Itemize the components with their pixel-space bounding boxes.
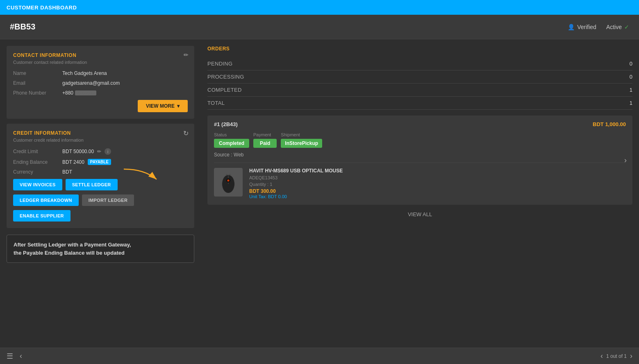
credit-limit-value: BDT 50000.00 ✏ i — [62, 148, 111, 155]
header-row: #BB53 👤 Verified Active ✓ — [0, 15, 639, 39]
bottom-bar: ☰ ‹ ‹ 1 out of 1 › — [0, 348, 639, 364]
currency-label: Currency — [13, 169, 62, 175]
stat-completed-value: 1 — [630, 87, 632, 93]
stat-total: TOTAL 1 — [207, 97, 632, 110]
status-badge-group: Status Completed — [214, 132, 249, 148]
product-tax: Unit Tax: BDT 0.00 — [249, 194, 626, 199]
order-amount: BDT 1,000.00 — [593, 121, 626, 127]
order-chevron-icon[interactable]: › — [624, 156, 627, 165]
phone-label: Phone Number — [13, 90, 62, 96]
order-stats: PENDING 0 PROCESSING 0 COMPLETED 1 TOTAL… — [207, 57, 632, 110]
payment-badge: Paid — [253, 139, 277, 148]
contact-subtitle: Customer contact related information — [13, 60, 188, 65]
email-row: Email gadgetsarena@gmail.com — [13, 80, 188, 86]
customer-id: #BB53 — [10, 22, 35, 32]
order-id: #1 (2B43) — [214, 121, 238, 127]
view-more-button[interactable]: VIEW MORE ▾ — [138, 100, 188, 112]
stat-pending-value: 0 — [630, 61, 632, 67]
status-badge-label: Status — [214, 132, 249, 137]
svg-rect-6 — [229, 174, 231, 174]
verified-label: Verified — [577, 24, 596, 30]
order-badges-row: Status Completed Payment Paid Shipment I… — [214, 132, 626, 148]
back-icon[interactable]: ‹ — [20, 352, 22, 360]
hamburger-icon[interactable]: ☰ — [7, 352, 13, 361]
top-bar-title: CUSTOMER DASHBOARD — [7, 5, 77, 11]
contact-title: CONTACT INFORMATION — [13, 52, 188, 58]
stat-total-value: 1 — [630, 100, 632, 106]
top-bar: CUSTOMER DASHBOARD — [0, 0, 639, 15]
contact-card: CONTACT INFORMATION Customer contact rel… — [7, 46, 194, 119]
stat-processing: PROCESSING 0 — [207, 70, 632, 84]
tooltip-text: After Settling Ledger with a Payment Gat… — [14, 242, 131, 256]
shipment-badge: InStorePickup — [281, 139, 322, 148]
phone-value: +880xxxxxxxx — [62, 90, 96, 96]
stat-completed-label: COMPLETED — [207, 87, 242, 93]
settle-ledger-button[interactable]: SETTLE LEDGER — [66, 179, 118, 190]
source-label: Source : Web — [214, 152, 243, 158]
refresh-icon[interactable]: ↻ — [183, 129, 189, 137]
source-row: Source : Web — [214, 152, 626, 158]
import-ledger-button[interactable]: IMPORT LEDGER — [82, 194, 134, 206]
product-sku: ADEQE13453 — [249, 175, 626, 180]
view-invoices-button[interactable]: VIEW INVOICES — [13, 179, 62, 190]
enable-supplier-button[interactable]: ENABLE SUPPLIER — [13, 210, 70, 222]
orders-title: ORDERS — [207, 46, 632, 52]
view-all-label: VIEW ALL — [408, 211, 432, 217]
svg-rect-5 — [226, 174, 227, 174]
payment-badge-group: Payment Paid — [253, 132, 277, 148]
right-panel: ORDERS PENDING 0 PROCESSING 0 COMPLETED … — [201, 39, 639, 348]
name-row: Name Tech Gadgets Arena — [13, 70, 188, 76]
tooltip-box: After Settling Ledger with a Payment Gat… — [7, 235, 194, 263]
stat-processing-value: 0 — [630, 74, 632, 80]
svg-point-4 — [227, 179, 229, 181]
bottom-left: ☰ ‹ — [7, 352, 22, 361]
phone-row: Phone Number +880xxxxxxxx — [13, 90, 188, 96]
credit-card: CREDIT INFORMATION Customer credit relat… — [7, 124, 194, 228]
info-icon[interactable]: i — [105, 148, 111, 155]
product-row: HAVIT HV-MS689 USB OPTICAL MOUSE ADEQE13… — [214, 163, 626, 199]
view-all-row[interactable]: VIEW ALL — [207, 205, 632, 224]
main-content: CONTACT INFORMATION Customer contact rel… — [0, 39, 639, 348]
stat-processing-label: PROCESSING — [207, 74, 244, 80]
stat-pending: PENDING 0 — [207, 57, 632, 70]
stat-total-label: TOTAL — [207, 100, 225, 106]
credit-title: CREDIT INFORMATION — [13, 130, 188, 136]
status-badge: Completed — [214, 139, 249, 148]
credit-limit-row: Credit Limit BDT 50000.00 ✏ i — [13, 148, 188, 155]
credit-btn-row-2: LEDGER BREAKDOWN IMPORT LEDGER — [13, 194, 188, 206]
checkmark-icon: ✓ — [624, 24, 629, 30]
stat-completed: COMPLETED 1 — [207, 84, 632, 97]
product-image — [214, 168, 243, 197]
order-card: #1 (2B43) BDT 1,000.00 Status Completed … — [207, 115, 632, 205]
active-label: Active — [606, 24, 622, 30]
product-info: HAVIT HV-MS689 USB OPTICAL MOUSE ADEQE13… — [249, 168, 626, 199]
order-card-header: #1 (2B43) BDT 1,000.00 — [214, 121, 626, 127]
verified-icon: 👤 — [568, 24, 575, 30]
email-label: Email — [13, 80, 62, 86]
name-label: Name — [13, 70, 62, 76]
credit-edit-icon[interactable]: ✏ — [97, 149, 101, 154]
ledger-breakdown-button[interactable]: LEDGER BREAKDOWN — [13, 194, 79, 206]
verified-badge: 👤 Verified — [568, 24, 596, 30]
ending-balance-value: BDT 2400 PAYABLE — [62, 159, 111, 165]
product-price: BDT 300.00 — [249, 188, 626, 194]
stat-pending-label: PENDING — [207, 61, 232, 67]
next-page-icon[interactable]: › — [630, 352, 632, 360]
bottom-right: ‹ 1 out of 1 › — [600, 352, 632, 360]
payable-arrow — [120, 155, 169, 183]
product-quantity: Quantity : 1 — [249, 182, 626, 187]
header-status: 👤 Verified Active ✓ — [568, 24, 629, 30]
prev-page-icon[interactable]: ‹ — [600, 352, 603, 360]
edit-icon[interactable]: ✏ — [184, 52, 189, 58]
active-badge: Active ✓ — [606, 24, 629, 30]
payment-badge-label: Payment — [253, 132, 277, 137]
payable-badge: PAYABLE — [88, 159, 111, 165]
page-current: 1 out of 1 — [606, 353, 627, 359]
ending-balance-row: Ending Balance BDT 2400 PAYABLE — [13, 159, 188, 165]
shipment-badge-group: Shipment InStorePickup — [281, 132, 322, 148]
credit-btn-row-3: ENABLE SUPPLIER — [13, 210, 188, 222]
chevron-down-icon: ▾ — [177, 103, 180, 109]
credit-subtitle: Customer credit related information — [13, 138, 188, 142]
phone-blur: xxxxxxxx — [75, 90, 96, 95]
email-value: gadgetsarena@gmail.com — [62, 80, 120, 86]
